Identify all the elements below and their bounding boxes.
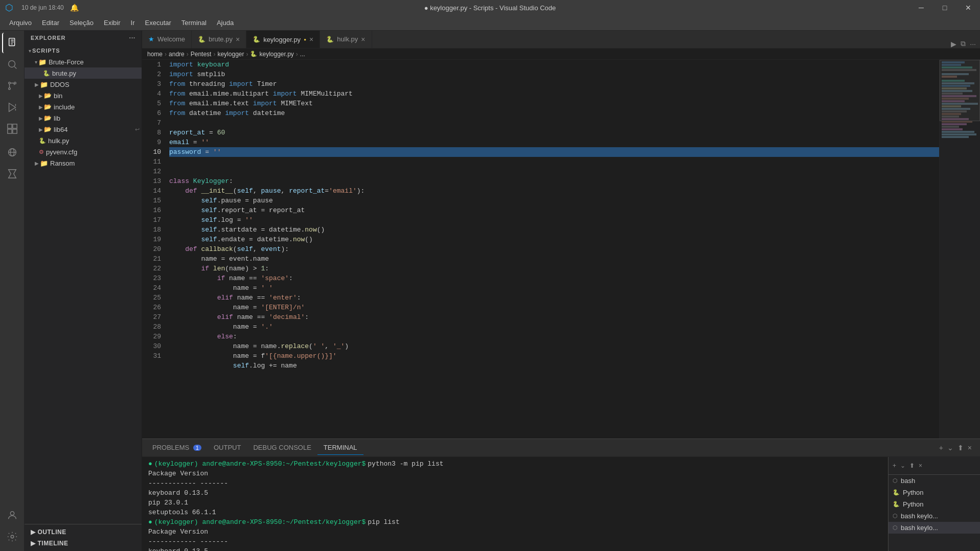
tab-welcome-icon: ★ — [148, 35, 154, 43]
breadcrumb-andre[interactable]: andre — [169, 51, 185, 58]
sidebar-item-ddos[interactable]: ▶ 📁 DDOS — [25, 79, 142, 90]
breadcrumb: home › andre › Pentest › keylogger › 🐍 k… — [142, 49, 980, 60]
terminal-entry-bash-keylo1[interactable]: ⬡ bash keylo... — [888, 510, 980, 522]
sidebar-item-include[interactable]: ▶ 📂 include — [25, 101, 142, 112]
maximize-button[interactable]: □ — [933, 0, 956, 15]
terminal-entry-python2[interactable]: 🐍 Python — [888, 498, 980, 510]
sidebar-item-brute-force[interactable]: ▾ 📁 Brute-Force — [25, 56, 142, 67]
tab-welcome[interactable]: ★ Welcome — [142, 31, 192, 48]
terminal-line: Package Version — [148, 469, 882, 478]
titlebar-left-icons: ⬡ 10 de jun 18:40 🔔 — [5, 2, 79, 13]
panel-more-icon[interactable]: ⌄ — [947, 444, 953, 452]
tab-hulk-py[interactable]: 🐍 hulk.py × — [320, 31, 372, 48]
bash1-label: bash — [901, 477, 915, 485]
menu-view[interactable]: Exibir — [100, 17, 125, 29]
scripts-label: SCRIPTS — [32, 48, 60, 54]
python1-icon: 🐍 — [893, 489, 900, 496]
code-container[interactable]: 12345 6789 10 1112131415 1617181920 2122… — [142, 60, 980, 439]
terminal-line: keyboard 0.13.5 — [148, 546, 882, 551]
panel-right-add-icon[interactable]: + — [893, 462, 896, 469]
panel-add-icon[interactable]: + — [939, 444, 943, 452]
window-controls: ─ □ ✕ — [909, 0, 980, 15]
svg-point-16 — [10, 512, 14, 515]
menu-help[interactable]: Ajuda — [213, 17, 238, 29]
tab-brute-py-icon: 🐍 — [198, 36, 206, 43]
sidebar-item-bin[interactable]: ▶ 📂 bin — [25, 90, 142, 101]
breadcrumb-home[interactable]: home — [147, 51, 163, 58]
menu-go[interactable]: Ir — [127, 17, 139, 29]
sidebar-item-pyvenv-cfg[interactable]: ⚙ pyvenv.cfg — [25, 146, 142, 157]
panel-right-more-icon[interactable]: ⌄ — [900, 462, 905, 469]
run-icon[interactable]: ▶ — [951, 40, 956, 48]
activitybar-source-control[interactable] — [2, 76, 22, 96]
tabs-bar: ★ Welcome 🐍 brute.py × 🐍 keylogger.py ● … — [142, 31, 980, 49]
close-button[interactable]: ✕ — [956, 0, 980, 15]
python1-label: Python — [903, 489, 923, 496]
activitybar-run[interactable] — [2, 97, 22, 118]
minimize-button[interactable]: ─ — [909, 0, 933, 15]
breadcrumb-keylogger-folder[interactable]: keylogger — [217, 51, 244, 58]
sidebar-item-brute-py[interactable]: 🐍 brute.py — [25, 67, 142, 79]
ransom-label: Ransom — [50, 159, 75, 167]
terminal-line: Package Version — [148, 527, 882, 537]
more-actions-icon[interactable]: ··· — [970, 40, 976, 48]
panel-maximize-icon[interactable]: ⬆ — [958, 444, 964, 452]
breadcrumb-keylogger-py[interactable]: keylogger.py — [259, 51, 293, 58]
ddos-label: DDOS — [50, 81, 70, 88]
activitybar-settings[interactable] — [2, 526, 22, 547]
panel-close-icon[interactable]: × — [968, 444, 972, 452]
breadcrumb-ellipsis[interactable]: ... — [300, 51, 305, 58]
tab-hulk-py-close[interactable]: × — [361, 35, 365, 43]
sidebar-more-icon[interactable]: ··· — [129, 35, 135, 41]
sidebar-scripts-label[interactable]: ▾ SCRIPTS — [25, 45, 142, 56]
vscode-icon: ⬡ — [5, 2, 13, 13]
lib64-label: lib64 — [54, 126, 67, 133]
code-editor[interactable]: import keyboard import smtplib from thre… — [165, 60, 939, 439]
sidebar-scripts-section: ▾ SCRIPTS ▾ 📁 Brute-Force 🐍 brute.py ▶ 📁… — [25, 45, 142, 169]
terminal-line: setuptools 66.1.1 — [148, 508, 882, 517]
panel-tab-problems[interactable]: PROBLEMS 1 — [146, 441, 208, 455]
terminal-content[interactable]: ● (keylogger) andre@andre-XPS-8950:~/Pen… — [142, 457, 888, 551]
tab-keylogger-py[interactable]: 🐍 keylogger.py ● × — [246, 31, 320, 48]
panel-right-close-icon[interactable]: × — [919, 462, 922, 469]
menu-edit[interactable]: Editar — [38, 17, 63, 29]
timeline-section[interactable]: ▶ TIMELINE — [25, 538, 142, 549]
tab-brute-py-close[interactable]: × — [236, 35, 240, 43]
activitybar-remote[interactable] — [2, 142, 22, 163]
sidebar-title: Explorer — [31, 35, 66, 41]
split-editor-icon[interactable]: ⧉ — [961, 39, 966, 48]
terminal-entry-bash-keylo2[interactable]: ⬡ bash keylo... — [888, 522, 980, 534]
ddos-chevron: ▶ — [35, 82, 39, 87]
menu-terminal[interactable]: Terminal — [177, 17, 211, 29]
problems-badge: 1 — [193, 445, 201, 451]
activitybar-search[interactable] — [2, 54, 22, 75]
panel-right-up-icon[interactable]: ⬆ — [909, 462, 915, 469]
panel-tab-output[interactable]: OUTPUT — [208, 441, 247, 455]
terminal-entry-bash1[interactable]: ⬡ bash — [888, 475, 980, 487]
tab-keylogger-py-close[interactable]: × — [309, 35, 313, 43]
sidebar-item-hulk-py[interactable]: 🐍 hulk.py — [25, 135, 142, 146]
outline-section[interactable]: ▶ OUTLINE — [25, 526, 142, 538]
hulk-py-label: hulk.py — [48, 137, 69, 145]
sidebar-item-lib64[interactable]: ▶ 📂 lib64 ↩ — [25, 124, 142, 135]
brute-py-icon: 🐍 — [43, 70, 50, 77]
activitybar-account[interactable] — [2, 505, 22, 525]
sidebar-item-lib[interactable]: ▶ 📂 lib — [25, 112, 142, 124]
activitybar-extensions[interactable] — [2, 119, 22, 139]
lib64-chevron: ▶ — [39, 127, 43, 132]
terminal-line: ------------ ------- — [148, 478, 882, 488]
tab-brute-py[interactable]: 🐍 brute.py × — [192, 31, 246, 48]
menu-run[interactable]: Executar — [141, 17, 175, 29]
panel-tab-terminal[interactable]: TERMINAL — [317, 441, 363, 455]
activitybar-explorer[interactable] — [2, 33, 22, 53]
menu-file[interactable]: Arquivo — [5, 17, 36, 29]
activitybar-testing[interactable] — [2, 164, 22, 184]
menu-selection[interactable]: Seleção — [65, 17, 98, 29]
timeline-label: TIMELINE — [38, 540, 69, 547]
terminal-entry-python1[interactable]: 🐍 Python — [888, 487, 980, 498]
panel-tab-debug-console[interactable]: DEBUG CONSOLE — [247, 441, 317, 455]
panel-right: + ⌄ ⬆ × ⬡ bash 🐍 Python — [888, 457, 980, 551]
breadcrumb-pentest[interactable]: Pentest — [191, 51, 212, 58]
sidebar-item-ransom[interactable]: ▶ 📁 Ransom — [25, 157, 142, 169]
activitybar-bottom — [2, 505, 22, 551]
